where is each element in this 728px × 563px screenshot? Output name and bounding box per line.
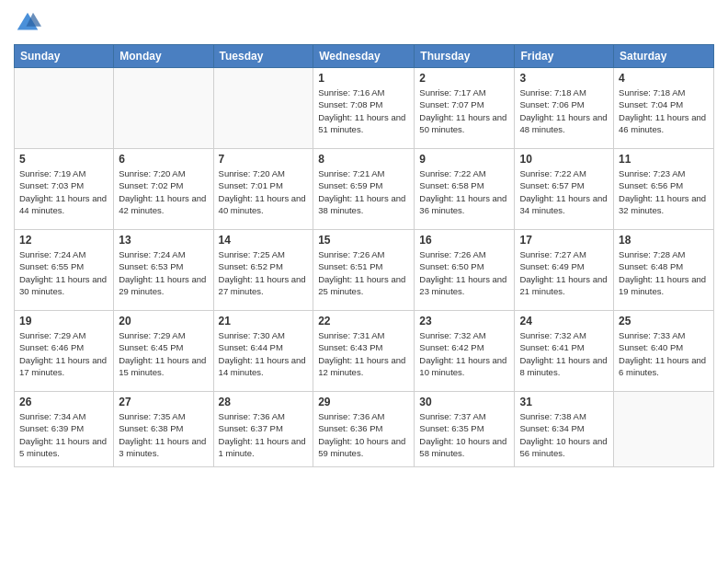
day-number: 12 — [19, 234, 108, 247]
calendar-week-3: 12Sunrise: 7:24 AM Sunset: 6:55 PM Dayli… — [15, 230, 714, 311]
calendar-cell: 1Sunrise: 7:16 AM Sunset: 7:08 PM Daylig… — [313, 68, 415, 149]
calendar-cell: 5Sunrise: 7:19 AM Sunset: 7:03 PM Daylig… — [15, 149, 114, 230]
day-info: Sunrise: 7:38 AM Sunset: 6:34 PM Dayligh… — [519, 410, 609, 459]
day-info: Sunrise: 7:34 AM Sunset: 6:39 PM Dayligh… — [19, 410, 108, 459]
day-number: 26 — [19, 396, 108, 408]
day-number: 23 — [419, 315, 509, 327]
calendar-week-2: 5Sunrise: 7:19 AM Sunset: 7:03 PM Daylig… — [15, 149, 714, 230]
day-info: Sunrise: 7:18 AM Sunset: 7:06 PM Dayligh… — [519, 86, 609, 135]
day-info: Sunrise: 7:36 AM Sunset: 6:36 PM Dayligh… — [318, 410, 409, 459]
day-info: Sunrise: 7:31 AM Sunset: 6:43 PM Dayligh… — [318, 329, 409, 378]
day-number: 10 — [519, 153, 609, 166]
day-number: 15 — [318, 234, 409, 247]
day-info: Sunrise: 7:36 AM Sunset: 6:37 PM Dayligh… — [219, 410, 309, 459]
weekday-header-wednesday: Wednesday — [313, 45, 415, 68]
page: SundayMondayTuesdayWednesdayThursdayFrid… — [0, 0, 728, 563]
weekday-header-tuesday: Tuesday — [213, 45, 313, 68]
calendar-cell: 14Sunrise: 7:25 AM Sunset: 6:52 PM Dayli… — [213, 230, 313, 311]
day-number: 17 — [519, 234, 609, 247]
calendar-cell: 30Sunrise: 7:37 AM Sunset: 6:35 PM Dayli… — [415, 392, 515, 467]
day-info: Sunrise: 7:20 AM Sunset: 7:02 PM Dayligh… — [119, 167, 208, 216]
calendar-cell: 2Sunrise: 7:17 AM Sunset: 7:07 PM Daylig… — [415, 68, 515, 149]
day-info: Sunrise: 7:32 AM Sunset: 6:41 PM Dayligh… — [519, 329, 609, 378]
day-number: 20 — [119, 315, 208, 327]
calendar-cell: 15Sunrise: 7:26 AM Sunset: 6:51 PM Dayli… — [313, 230, 415, 311]
day-info: Sunrise: 7:16 AM Sunset: 7:08 PM Dayligh… — [318, 86, 409, 135]
day-info: Sunrise: 7:24 AM Sunset: 6:53 PM Dayligh… — [119, 248, 208, 297]
calendar-cell: 11Sunrise: 7:23 AM Sunset: 6:56 PM Dayli… — [614, 149, 714, 230]
calendar-cell: 7Sunrise: 7:20 AM Sunset: 7:01 PM Daylig… — [213, 149, 313, 230]
day-info: Sunrise: 7:25 AM Sunset: 6:52 PM Dayligh… — [219, 248, 309, 297]
day-info: Sunrise: 7:26 AM Sunset: 6:50 PM Dayligh… — [419, 248, 509, 297]
calendar-cell: 18Sunrise: 7:28 AM Sunset: 6:48 PM Dayli… — [614, 230, 714, 311]
calendar-cell: 28Sunrise: 7:36 AM Sunset: 6:37 PM Dayli… — [213, 392, 313, 467]
calendar-cell: 9Sunrise: 7:22 AM Sunset: 6:58 PM Daylig… — [415, 149, 515, 230]
day-info: Sunrise: 7:37 AM Sunset: 6:35 PM Dayligh… — [419, 410, 509, 459]
calendar-cell: 24Sunrise: 7:32 AM Sunset: 6:41 PM Dayli… — [515, 311, 614, 392]
day-number: 22 — [318, 315, 409, 327]
header — [14, 9, 714, 37]
day-number: 25 — [619, 315, 709, 327]
day-info: Sunrise: 7:30 AM Sunset: 6:44 PM Dayligh… — [219, 329, 309, 378]
day-info: Sunrise: 7:18 AM Sunset: 7:04 PM Dayligh… — [619, 86, 709, 135]
day-info: Sunrise: 7:32 AM Sunset: 6:42 PM Dayligh… — [419, 329, 509, 378]
calendar-cell: 10Sunrise: 7:22 AM Sunset: 6:57 PM Dayli… — [515, 149, 614, 230]
day-number: 30 — [419, 396, 509, 408]
day-number: 3 — [519, 72, 609, 85]
day-number: 9 — [419, 153, 509, 166]
day-number: 31 — [519, 396, 609, 408]
day-info: Sunrise: 7:29 AM Sunset: 6:45 PM Dayligh… — [119, 329, 208, 378]
calendar-cell: 4Sunrise: 7:18 AM Sunset: 7:04 PM Daylig… — [614, 68, 714, 149]
day-info: Sunrise: 7:29 AM Sunset: 6:46 PM Dayligh… — [19, 329, 108, 378]
calendar-cell: 12Sunrise: 7:24 AM Sunset: 6:55 PM Dayli… — [15, 230, 114, 311]
day-number: 16 — [419, 234, 509, 247]
day-number: 27 — [119, 396, 208, 408]
day-info: Sunrise: 7:24 AM Sunset: 6:55 PM Dayligh… — [19, 248, 108, 297]
day-number: 2 — [419, 72, 509, 85]
weekday-header-saturday: Saturday — [614, 45, 714, 68]
calendar-cell: 20Sunrise: 7:29 AM Sunset: 6:45 PM Dayli… — [114, 311, 213, 392]
logo — [14, 9, 45, 37]
calendar-cell: 16Sunrise: 7:26 AM Sunset: 6:50 PM Dayli… — [415, 230, 515, 311]
calendar-cell: 25Sunrise: 7:33 AM Sunset: 6:40 PM Dayli… — [614, 311, 714, 392]
day-info: Sunrise: 7:17 AM Sunset: 7:07 PM Dayligh… — [419, 86, 509, 135]
day-info: Sunrise: 7:22 AM Sunset: 6:58 PM Dayligh… — [419, 167, 509, 216]
day-number: 11 — [619, 153, 709, 166]
weekday-header-monday: Monday — [114, 45, 213, 68]
calendar-cell: 19Sunrise: 7:29 AM Sunset: 6:46 PM Dayli… — [15, 311, 114, 392]
calendar-cell: 3Sunrise: 7:18 AM Sunset: 7:06 PM Daylig… — [515, 68, 614, 149]
day-number: 7 — [219, 153, 309, 166]
day-info: Sunrise: 7:23 AM Sunset: 6:56 PM Dayligh… — [619, 167, 709, 216]
calendar-cell — [15, 68, 114, 149]
day-number: 21 — [219, 315, 309, 327]
calendar-cell — [114, 68, 213, 149]
day-number: 28 — [219, 396, 309, 408]
calendar-week-1: 1Sunrise: 7:16 AM Sunset: 7:08 PM Daylig… — [15, 68, 714, 149]
calendar-week-4: 19Sunrise: 7:29 AM Sunset: 6:46 PM Dayli… — [15, 311, 714, 392]
calendar-cell: 21Sunrise: 7:30 AM Sunset: 6:44 PM Dayli… — [213, 311, 313, 392]
day-info: Sunrise: 7:21 AM Sunset: 6:59 PM Dayligh… — [318, 167, 409, 216]
calendar-cell: 6Sunrise: 7:20 AM Sunset: 7:02 PM Daylig… — [114, 149, 213, 230]
weekday-header-thursday: Thursday — [415, 45, 515, 68]
weekday-header-row: SundayMondayTuesdayWednesdayThursdayFrid… — [15, 45, 714, 68]
calendar-table: SundayMondayTuesdayWednesdayThursdayFrid… — [14, 44, 714, 467]
calendar-cell: 17Sunrise: 7:27 AM Sunset: 6:49 PM Dayli… — [515, 230, 614, 311]
day-number: 8 — [318, 153, 409, 166]
day-info: Sunrise: 7:20 AM Sunset: 7:01 PM Dayligh… — [219, 167, 309, 216]
day-number: 4 — [619, 72, 709, 85]
day-info: Sunrise: 7:27 AM Sunset: 6:49 PM Dayligh… — [519, 248, 609, 297]
calendar-cell: 31Sunrise: 7:38 AM Sunset: 6:34 PM Dayli… — [515, 392, 614, 467]
calendar-cell — [614, 392, 714, 467]
day-number: 1 — [318, 72, 409, 85]
calendar-cell — [213, 68, 313, 149]
weekday-header-friday: Friday — [515, 45, 614, 68]
day-info: Sunrise: 7:35 AM Sunset: 6:38 PM Dayligh… — [119, 410, 208, 459]
calendar-cell: 13Sunrise: 7:24 AM Sunset: 6:53 PM Dayli… — [114, 230, 213, 311]
day-info: Sunrise: 7:19 AM Sunset: 7:03 PM Dayligh… — [19, 167, 108, 216]
day-info: Sunrise: 7:33 AM Sunset: 6:40 PM Dayligh… — [619, 329, 709, 378]
day-number: 19 — [19, 315, 108, 327]
calendar-week-5: 26Sunrise: 7:34 AM Sunset: 6:39 PM Dayli… — [15, 392, 714, 467]
day-number: 5 — [19, 153, 108, 166]
day-info: Sunrise: 7:22 AM Sunset: 6:57 PM Dayligh… — [519, 167, 609, 216]
day-number: 18 — [619, 234, 709, 247]
